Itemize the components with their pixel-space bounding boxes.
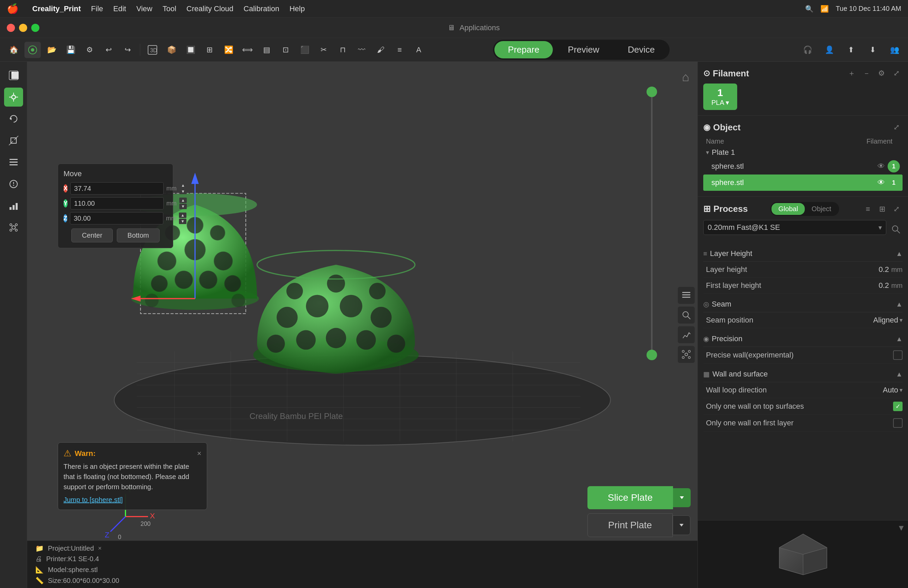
toolbar-creality-btn[interactable] — [24, 42, 41, 58]
toolbar-account-icon[interactable]: 👥 — [886, 42, 903, 58]
toolbar-save-btn[interactable]: 💾 — [63, 42, 79, 58]
menu-help[interactable]: Help — [289, 5, 304, 13]
menu-file[interactable]: File — [91, 5, 103, 13]
slice-plate-button[interactable]: Slice Plate — [588, 486, 673, 509]
seam-position-select[interactable]: Aligned ▾ — [873, 316, 903, 325]
plate-expand-icon[interactable]: ▾ — [706, 149, 709, 156]
warning-link[interactable]: Jump to [sphere.stl] — [63, 496, 123, 503]
obj-eye-2[interactable]: 👁 — [877, 178, 885, 187]
toolbar-align-btn[interactable]: ⊡ — [277, 42, 294, 58]
menu-cloud[interactable]: Creality Cloud — [187, 5, 233, 13]
filament-slot-1[interactable]: 1 PLA ▾ — [703, 84, 737, 110]
wall-collapse[interactable]: ▲ — [896, 370, 903, 378]
tool-plugin[interactable] — [4, 218, 23, 237]
layer-height-collapse[interactable]: ▲ — [896, 250, 903, 258]
toolbar-more-btn[interactable]: ⬛ — [296, 42, 313, 58]
vsi-search-icon[interactable] — [678, 307, 695, 323]
toolbar-settings-btn[interactable]: ⚙ — [82, 42, 98, 58]
minimize-button[interactable] — [19, 24, 27, 32]
toolbar-perspective-btn[interactable]: 📦 — [163, 42, 180, 58]
project-close-btn[interactable]: × — [98, 545, 102, 552]
x-step-down[interactable]: ▼ — [179, 189, 187, 194]
z-input[interactable] — [70, 212, 163, 224]
menu-view[interactable]: View — [136, 5, 152, 13]
toolbar-paint-btn[interactable]: 🖌 — [372, 42, 389, 58]
toolbar-layer-btn[interactable]: 🔲 — [182, 42, 199, 58]
object-row-1[interactable]: sphere.stl 👁 1 — [703, 158, 903, 175]
toolbar-home-btn[interactable]: 🏠 — [5, 42, 22, 58]
z-step-up[interactable]: ▲ — [179, 212, 187, 218]
precise-wall-checkbox[interactable] — [893, 350, 903, 360]
menubar-search-icon[interactable]: 🔍 — [805, 5, 814, 13]
toolbar-text-btn[interactable]: A — [411, 42, 427, 58]
process-search-btn[interactable] — [889, 223, 903, 237]
print-expand-button[interactable] — [673, 515, 690, 535]
process-compare-btn[interactable]: ⊞ — [876, 203, 888, 215]
one-wall-first-checkbox[interactable] — [893, 418, 903, 428]
menu-app[interactable]: Creality_Print — [32, 5, 81, 13]
apple-menu[interactable]: 🍎 — [7, 3, 19, 14]
tab-global[interactable]: Global — [771, 203, 805, 215]
toolbar-mirror-btn[interactable]: ⟺ — [239, 42, 256, 58]
wall-loop-select[interactable]: Auto ▾ — [883, 386, 903, 395]
tool-move[interactable]: ⬜ — [4, 66, 23, 85]
tool-analytics[interactable] — [4, 196, 23, 215]
tab-prepare[interactable]: Prepare — [494, 41, 553, 58]
one-wall-top-checkbox[interactable]: ✓ — [893, 402, 903, 411]
close-button[interactable] — [7, 24, 15, 32]
viewport-home-icon[interactable]: ⌂ — [682, 70, 689, 84]
toolbar-3dview-btn[interactable]: 3D — [144, 42, 161, 58]
toolbar-cut-btn[interactable]: ✂ — [316, 42, 332, 58]
toolbar-seam-btn[interactable]: 〰 — [354, 42, 370, 58]
wall-header[interactable]: ▦ Wall and surface ▲ — [703, 366, 903, 382]
maximize-button[interactable] — [31, 24, 39, 32]
object-row-2[interactable]: sphere.stl 👁 1 — [703, 175, 903, 191]
layer-height-header[interactable]: ≡ Layer Height ▲ — [703, 246, 903, 262]
tool-process[interactable] — [4, 153, 23, 172]
y-input[interactable] — [70, 197, 164, 209]
slice-expand-button[interactable] — [673, 488, 691, 507]
toolbar-headphone-icon[interactable]: 🎧 — [799, 42, 816, 58]
seam-collapse[interactable]: ▲ — [896, 300, 903, 308]
tab-preview[interactable]: Preview — [554, 41, 613, 58]
filament-minus-btn[interactable]: － — [860, 67, 873, 79]
tab-device[interactable]: Device — [614, 41, 668, 58]
x-input[interactable] — [70, 182, 164, 194]
process-settings-btn[interactable]: ≡ — [862, 203, 874, 215]
center-button[interactable]: Center — [71, 228, 113, 243]
toolbar-grid-btn[interactable]: ⊞ — [201, 42, 218, 58]
tab-object-process[interactable]: Object — [805, 203, 838, 215]
filament-expand-btn[interactable]: ⤢ — [890, 67, 903, 79]
toolbar-upload-icon[interactable]: ⬆ — [843, 42, 859, 58]
object-expand-btn[interactable]: ⤢ — [890, 121, 903, 133]
y-step-down[interactable]: ▼ — [179, 204, 187, 209]
filament-add-btn[interactable]: ＋ — [845, 67, 858, 79]
tool-select[interactable] — [4, 88, 23, 107]
y-step-up[interactable]: ▲ — [179, 198, 187, 203]
toolbar-user-icon[interactable]: 👤 — [821, 42, 837, 58]
process-expand-btn[interactable]: ⤢ — [890, 203, 903, 215]
precision-header[interactable]: ◉ Precision ▲ — [703, 331, 903, 347]
vsi-layers-icon[interactable] — [678, 287, 695, 304]
menu-calibration[interactable]: Calibration — [243, 5, 279, 13]
toolbar-undo-btn[interactable]: ↩ — [100, 42, 117, 58]
tool-rotate[interactable] — [4, 109, 23, 129]
x-step-up[interactable]: ▲ — [179, 183, 187, 188]
vsi-analytics-icon[interactable] — [678, 326, 695, 343]
preview-scroll-btn[interactable]: ▼ — [897, 523, 905, 533]
toolbar-redo-btn[interactable]: ↪ — [119, 42, 136, 58]
vsi-plugin-icon[interactable] — [678, 346, 695, 363]
obj-eye-1[interactable]: 👁 — [877, 162, 885, 171]
plate-row[interactable]: ▾ Plate 1 — [703, 147, 903, 158]
seam-header[interactable]: ◎ Seam ▲ — [703, 296, 903, 312]
preset-selector[interactable]: 0.20mm Fast@K1 SE ▾ — [703, 220, 886, 235]
toolbar-open-btn[interactable]: 📂 — [43, 42, 60, 58]
toolbar-arrange-btn[interactable]: ▤ — [258, 42, 275, 58]
z-step-down[interactable]: ▼ — [179, 218, 187, 224]
menu-tool[interactable]: Tool — [163, 5, 176, 13]
toolbar-support-btn[interactable]: ⊓ — [335, 42, 351, 58]
menu-edit[interactable]: Edit — [113, 5, 126, 13]
toolbar-slice-view-btn[interactable]: 🔀 — [221, 42, 237, 58]
tool-support[interactable] — [4, 175, 23, 193]
filament-settings-btn[interactable]: ⚙ — [876, 67, 888, 79]
